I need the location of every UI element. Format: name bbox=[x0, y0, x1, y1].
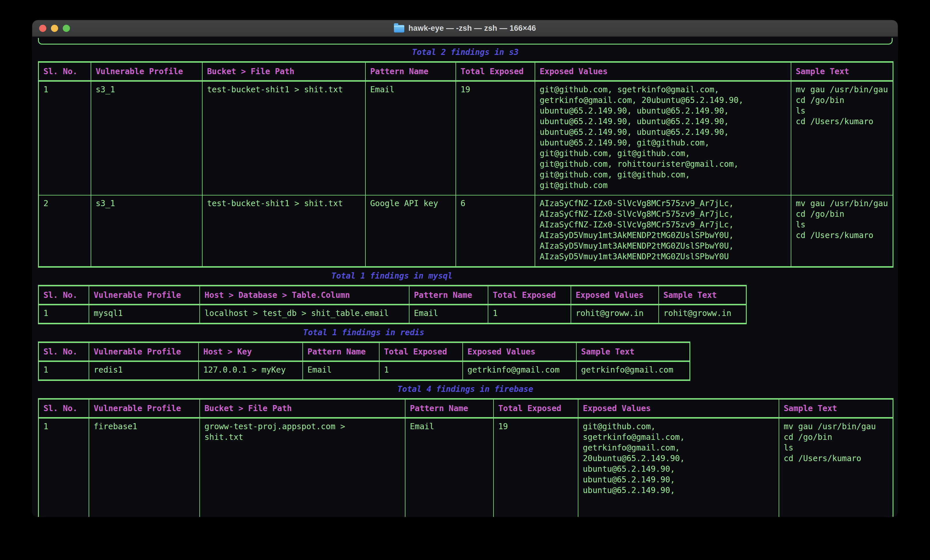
folder-icon bbox=[394, 25, 404, 32]
table-header-row: Sl. No. Vulnerable Profile Bucket > File… bbox=[38, 399, 893, 418]
cell-host-key: 127.0.0.1 > myKey bbox=[199, 361, 303, 380]
section-heading-firebase: Total 4 findings in firebase bbox=[38, 384, 893, 395]
cell-total-exposed: 1 bbox=[488, 305, 571, 324]
window-title: hawk-eye — -zsh — zsh — 166×46 bbox=[408, 24, 536, 33]
terminal-window: hawk-eye — -zsh — zsh — 166×46 Total 2 f… bbox=[32, 20, 898, 517]
cell-pattern-name: Email bbox=[409, 305, 488, 324]
cell-bucket-file-path: test-bucket-shit1 > shit.txt bbox=[202, 81, 365, 195]
column-header-vulnerable-profile: Vulnerable Profile bbox=[89, 286, 200, 305]
column-header-exposed-values: Exposed Values bbox=[571, 286, 659, 305]
column-header-bucket-file-path: Bucket > File Path bbox=[200, 399, 405, 418]
cell-sl-no: 1 bbox=[38, 418, 89, 517]
table-row: 1 mysql1 localhost > test_db > shit_tabl… bbox=[38, 305, 747, 324]
cell-vulnerable-profile: s3_1 bbox=[91, 81, 202, 195]
column-header-total-exposed: Total Exposed bbox=[456, 62, 535, 81]
column-header-sample-text: Sample Text bbox=[791, 62, 893, 81]
cell-pattern-name: Google API key bbox=[365, 195, 456, 267]
cell-vulnerable-profile: redis1 bbox=[89, 361, 199, 380]
column-header-sl-no: Sl. No. bbox=[38, 399, 89, 418]
column-header-exposed-values: Exposed Values bbox=[578, 399, 779, 418]
table-header-row: Sl. No. Vulnerable Profile Host > Databa… bbox=[38, 286, 747, 305]
cell-exposed-values: getrkinfo@gmail.com bbox=[463, 361, 576, 380]
firebase-findings-section: Total 4 findings in firebase Sl. No. Vul… bbox=[38, 384, 893, 517]
cell-exposed-values: AIzaSyCfNZ-IZx0-SlVcVg8MCr575zv9_Ar7jLc,… bbox=[535, 195, 791, 267]
column-header-bucket-file-path: Bucket > File Path bbox=[202, 62, 365, 81]
column-header-total-exposed: Total Exposed bbox=[493, 399, 578, 418]
table-row: 1 redis1 127.0.0.1 > myKey Email 1 getrk… bbox=[38, 361, 690, 380]
s3-findings-section: Total 2 findings in s3 Sl. No. Vulnerabl… bbox=[38, 47, 893, 268]
column-header-sample-text: Sample Text bbox=[659, 286, 747, 305]
column-header-sample-text: Sample Text bbox=[576, 342, 690, 361]
column-header-pattern-name: Pattern Name bbox=[303, 342, 379, 361]
cell-pattern-name: Email bbox=[303, 361, 379, 380]
table-row: 2 s3_1 test-bucket-shit1 > shit.txt Goog… bbox=[38, 195, 893, 267]
redis-findings-section: Total 1 findings in redis Sl. No. Vulner… bbox=[38, 327, 690, 381]
cell-pattern-name: Email bbox=[365, 81, 456, 195]
cell-total-exposed: 1 bbox=[379, 361, 463, 380]
column-header-sl-no: Sl. No. bbox=[38, 62, 91, 81]
cell-vulnerable-profile: firebase1 bbox=[89, 418, 200, 517]
section-heading-redis: Total 1 findings in redis bbox=[38, 327, 690, 338]
cell-pattern-name: Email bbox=[405, 418, 493, 517]
cell-sample-text: mv gau /usr/bin/gau cd /go/bin ls cd /Us… bbox=[791, 195, 893, 267]
cell-exposed-values: rohit@groww.in bbox=[571, 305, 659, 324]
column-header-host-key: Host > Key bbox=[199, 342, 303, 361]
s3-findings-table: Sl. No. Vulnerable Profile Bucket > File… bbox=[38, 61, 893, 268]
column-header-total-exposed: Total Exposed bbox=[488, 286, 571, 305]
close-button[interactable] bbox=[39, 25, 46, 32]
section-heading-s3: Total 2 findings in s3 bbox=[38, 47, 893, 58]
table-row: 1 s3_1 test-bucket-shit1 > shit.txt Emai… bbox=[38, 81, 893, 195]
table-row: 1 firebase1 groww-test-proj.appspot.com … bbox=[38, 418, 893, 517]
redis-findings-table: Sl. No. Vulnerable Profile Host > Key Pa… bbox=[38, 342, 690, 381]
cell-bucket-file-path: groww-test-proj.appspot.com > shit.txt bbox=[200, 418, 405, 517]
section-heading-mysql: Total 1 findings in mysql bbox=[38, 270, 746, 281]
column-header-vulnerable-profile: Vulnerable Profile bbox=[91, 62, 202, 81]
column-header-exposed-values: Exposed Values bbox=[535, 62, 791, 81]
firebase-findings-table: Sl. No. Vulnerable Profile Bucket > File… bbox=[38, 398, 893, 517]
column-header-sl-no: Sl. No. bbox=[38, 342, 89, 361]
column-header-pattern-name: Pattern Name bbox=[409, 286, 488, 305]
previous-table-bottom-border bbox=[38, 38, 893, 44]
column-header-total-exposed: Total Exposed bbox=[379, 342, 463, 361]
cell-bucket-file-path: test-bucket-shit1 > shit.txt bbox=[202, 195, 365, 267]
column-header-host-database-table: Host > Database > Table.Column bbox=[200, 286, 409, 305]
cell-total-exposed: 19 bbox=[493, 418, 578, 517]
cell-total-exposed: 19 bbox=[456, 81, 535, 195]
column-header-vulnerable-profile: Vulnerable Profile bbox=[89, 399, 200, 418]
cell-vulnerable-profile: mysql1 bbox=[89, 305, 200, 324]
traffic-lights bbox=[39, 20, 70, 36]
minimize-button[interactable] bbox=[51, 25, 58, 32]
cell-vulnerable-profile: s3_1 bbox=[91, 195, 202, 267]
column-header-vulnerable-profile: Vulnerable Profile bbox=[89, 342, 199, 361]
cell-sl-no: 1 bbox=[38, 81, 91, 195]
cell-sample-text: getrkinfo@gmail.com bbox=[576, 361, 690, 380]
cell-exposed-values: git@github.com, sgetrkinfo@gmail.com, ge… bbox=[535, 81, 791, 195]
cell-exposed-values: git@github.com, sgetrkinfo@gmail.com, ge… bbox=[578, 418, 779, 517]
zoom-button[interactable] bbox=[63, 25, 70, 32]
titlebar[interactable]: hawk-eye — -zsh — zsh — 166×46 bbox=[32, 20, 898, 37]
cell-sample-text: rohit@groww.in bbox=[659, 305, 747, 324]
column-header-sample-text: Sample Text bbox=[779, 399, 893, 418]
table-header-row: Sl. No. Vulnerable Profile Bucket > File… bbox=[38, 62, 893, 81]
terminal-output[interactable]: Total 2 findings in s3 Sl. No. Vulnerabl… bbox=[32, 37, 898, 517]
window-title-group: hawk-eye — -zsh — zsh — 166×46 bbox=[394, 24, 536, 33]
mysql-findings-section: Total 1 findings in mysql Sl. No. Vulner… bbox=[38, 270, 746, 324]
cell-sl-no: 1 bbox=[38, 361, 89, 380]
cell-total-exposed: 6 bbox=[456, 195, 535, 267]
cell-host-database-table: localhost > test_db > shit_table.email bbox=[200, 305, 409, 324]
table-header-row: Sl. No. Vulnerable Profile Host > Key Pa… bbox=[38, 342, 690, 361]
cell-sl-no: 2 bbox=[38, 195, 91, 267]
mysql-findings-table: Sl. No. Vulnerable Profile Host > Databa… bbox=[38, 285, 747, 324]
cell-sample-text: mv gau /usr/bin/gau cd /go/bin ls cd /Us… bbox=[791, 81, 893, 195]
cell-sl-no: 1 bbox=[38, 305, 89, 324]
column-header-pattern-name: Pattern Name bbox=[405, 399, 493, 418]
column-header-sl-no: Sl. No. bbox=[38, 286, 89, 305]
cell-sample-text: mv gau /usr/bin/gau cd /go/bin ls cd /Us… bbox=[779, 418, 893, 517]
column-header-pattern-name: Pattern Name bbox=[365, 62, 456, 81]
column-header-exposed-values: Exposed Values bbox=[463, 342, 576, 361]
